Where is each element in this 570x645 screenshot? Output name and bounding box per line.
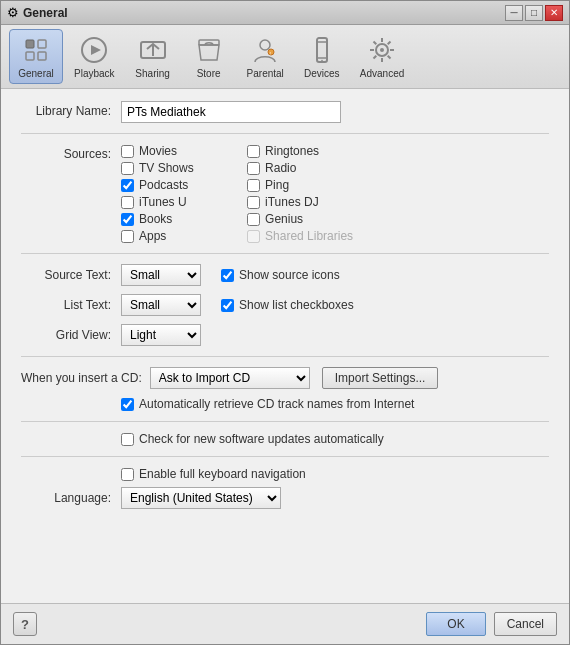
svg-marker-5 bbox=[91, 45, 101, 55]
sharedlibs-checkbox[interactable] bbox=[247, 230, 260, 243]
minimize-button[interactable]: ─ bbox=[505, 5, 523, 21]
movies-label: Movies bbox=[139, 144, 177, 158]
tvshows-label: TV Shows bbox=[139, 161, 194, 175]
tab-playback[interactable]: Playback bbox=[65, 29, 124, 84]
movies-checkbox[interactable] bbox=[121, 145, 134, 158]
apps-label: Apps bbox=[139, 229, 166, 243]
cb-genius: Genius bbox=[247, 212, 353, 226]
parental-icon: ! bbox=[249, 34, 281, 66]
grid-view-label: Grid View: bbox=[21, 328, 121, 342]
podcasts-label: Podcasts bbox=[139, 178, 188, 192]
list-text-label: List Text: bbox=[21, 298, 121, 312]
show-list-checkboxes-checkbox[interactable] bbox=[221, 299, 234, 312]
content-area: Library Name: Sources: Movies Ringtones … bbox=[1, 89, 569, 603]
auto-retrieve-row: Automatically retrieve CD track names fr… bbox=[121, 397, 549, 411]
cb-tvshows: TV Shows bbox=[121, 161, 227, 175]
svg-rect-1 bbox=[26, 52, 34, 60]
tab-parental[interactable]: ! Parental bbox=[238, 29, 293, 84]
cb-radio: Radio bbox=[247, 161, 353, 175]
divider-1 bbox=[21, 133, 549, 134]
itunesdj-checkbox[interactable] bbox=[247, 196, 260, 209]
list-text-select[interactable]: Small Large bbox=[121, 294, 201, 316]
import-settings-button[interactable]: Import Settings... bbox=[322, 367, 439, 389]
source-text-label: Source Text: bbox=[21, 268, 121, 282]
maximize-button[interactable]: □ bbox=[525, 5, 543, 21]
footer: ? OK Cancel bbox=[1, 603, 569, 644]
auto-retrieve-checkbox[interactable] bbox=[121, 398, 134, 411]
tab-advanced-label: Advanced bbox=[360, 68, 404, 79]
library-name-input[interactable] bbox=[121, 101, 341, 123]
itunesdj-label: iTunes DJ bbox=[265, 195, 319, 209]
ringtones-label: Ringtones bbox=[265, 144, 319, 158]
cd-insert-label: When you insert a CD: bbox=[21, 371, 142, 385]
keyboard-nav-checkbox[interactable] bbox=[121, 468, 134, 481]
tab-devices-label: Devices bbox=[304, 68, 340, 79]
tab-sharing-label: Sharing bbox=[135, 68, 169, 79]
tab-store-label: Store bbox=[197, 68, 221, 79]
sharedlibs-label: Shared Libraries bbox=[265, 229, 353, 243]
cb-podcasts: Podcasts bbox=[121, 178, 227, 192]
ping-checkbox[interactable] bbox=[247, 179, 260, 192]
source-text-row: Source Text: Small Large Show source ico… bbox=[21, 264, 549, 286]
show-source-icons-checkbox[interactable] bbox=[221, 269, 234, 282]
show-source-icons-label: Show source icons bbox=[239, 268, 340, 282]
show-list-checkboxes-label: Show list checkboxes bbox=[239, 298, 354, 312]
show-source-icons-row: Show source icons bbox=[221, 268, 340, 282]
library-name-row: Library Name: bbox=[21, 101, 549, 123]
store-icon bbox=[193, 34, 225, 66]
source-text-select[interactable]: Small Large bbox=[121, 264, 201, 286]
library-name-label: Library Name: bbox=[21, 101, 121, 118]
updates-text: Check for new software updates automatic… bbox=[139, 432, 384, 446]
updates-checkbox[interactable] bbox=[121, 433, 134, 446]
tab-general[interactable]: General bbox=[9, 29, 63, 84]
toolbar: General Playback Sharing bbox=[1, 25, 569, 89]
devices-icon bbox=[306, 34, 338, 66]
genius-checkbox[interactable] bbox=[247, 213, 260, 226]
keyboard-nav-label: Enable full keyboard navigation bbox=[121, 467, 549, 481]
svg-line-25 bbox=[374, 56, 377, 59]
podcasts-checkbox[interactable] bbox=[121, 179, 134, 192]
svg-text:!: ! bbox=[270, 51, 271, 56]
radio-checkbox[interactable] bbox=[247, 162, 260, 175]
cd-action-select[interactable]: Ask to Import CD Import CD Import CD and… bbox=[150, 367, 310, 389]
cb-sharedlibraries: Shared Libraries bbox=[247, 229, 353, 243]
language-select[interactable]: English (United States) Deutsch Français… bbox=[121, 487, 281, 509]
window-title: General bbox=[23, 6, 68, 20]
svg-point-15 bbox=[321, 60, 323, 62]
source-text-controls: Small Large Show source icons bbox=[121, 264, 340, 286]
grid-view-select[interactable]: Light Dark bbox=[121, 324, 201, 346]
tab-advanced[interactable]: Advanced bbox=[351, 29, 413, 84]
itunesu-checkbox[interactable] bbox=[121, 196, 134, 209]
sources-label: Sources: bbox=[21, 144, 121, 161]
itunesu-label: iTunes U bbox=[139, 195, 187, 209]
apps-checkbox[interactable] bbox=[121, 230, 134, 243]
svg-rect-3 bbox=[38, 52, 46, 60]
show-list-checkboxes-row: Show list checkboxes bbox=[221, 298, 354, 312]
help-button[interactable]: ? bbox=[13, 612, 37, 636]
divider-3 bbox=[21, 356, 549, 357]
books-label: Books bbox=[139, 212, 172, 226]
updates-row: Check for new software updates automatic… bbox=[121, 432, 549, 446]
tab-devices[interactable]: Devices bbox=[295, 29, 349, 84]
close-button[interactable]: ✕ bbox=[545, 5, 563, 21]
svg-point-9 bbox=[260, 40, 270, 50]
tab-store[interactable]: Store bbox=[182, 29, 236, 84]
cb-ping: Ping bbox=[247, 178, 353, 192]
list-text-row: List Text: Small Large Show list checkbo… bbox=[21, 294, 549, 316]
keyboard-nav-text: Enable full keyboard navigation bbox=[139, 467, 306, 481]
ok-button[interactable]: OK bbox=[426, 612, 485, 636]
svg-rect-2 bbox=[38, 40, 46, 48]
svg-rect-0 bbox=[26, 40, 34, 48]
cb-itunesdj: iTunes DJ bbox=[247, 195, 353, 209]
svg-line-24 bbox=[388, 42, 391, 45]
general-icon bbox=[20, 34, 52, 66]
tab-sharing[interactable]: Sharing bbox=[126, 29, 180, 84]
cb-movies: Movies bbox=[121, 144, 227, 158]
cb-books: Books bbox=[121, 212, 227, 226]
cancel-button[interactable]: Cancel bbox=[494, 612, 557, 636]
genius-label: Genius bbox=[265, 212, 303, 226]
tvshows-checkbox[interactable] bbox=[121, 162, 134, 175]
ringtones-checkbox[interactable] bbox=[247, 145, 260, 158]
divider-5 bbox=[21, 456, 549, 457]
books-checkbox[interactable] bbox=[121, 213, 134, 226]
